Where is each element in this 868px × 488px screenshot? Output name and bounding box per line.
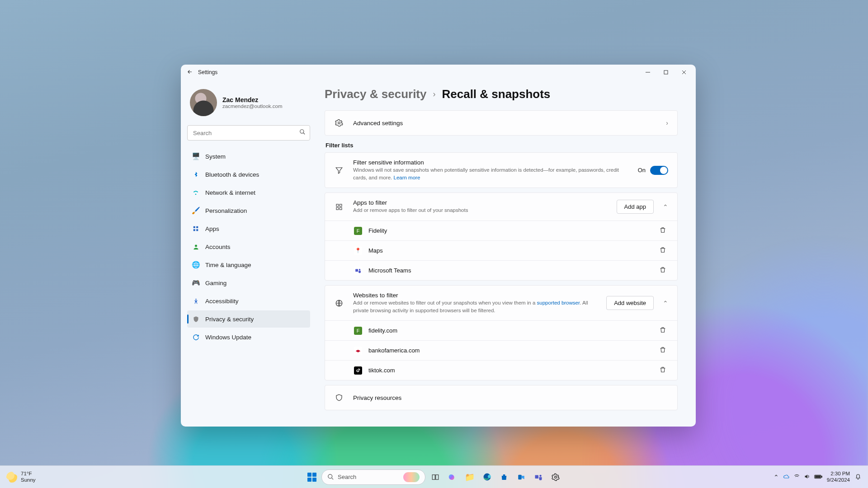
svg-rect-12 <box>340 207 342 210</box>
nav-privacy[interactable]: Privacy & security <box>187 310 310 328</box>
svg-point-22 <box>539 474 542 477</box>
main-content: Privacy & security › Recall & snapshots … <box>316 80 696 427</box>
notifications-button[interactable] <box>854 473 862 481</box>
site-name: fidelity.com <box>368 327 653 334</box>
nav-network[interactable]: Network & internet <box>187 184 310 201</box>
apps-to-filter-header[interactable]: Apps to filter Add or remove apps to fil… <box>325 193 677 221</box>
weather-widget[interactable]: 71°F Sunny <box>0 471 36 483</box>
delete-button[interactable] <box>659 346 668 355</box>
nav-gaming[interactable]: 🎮Gaming <box>187 274 310 291</box>
delete-button[interactable] <box>659 246 668 255</box>
close-button[interactable] <box>675 65 693 80</box>
store-button[interactable] <box>497 470 511 484</box>
nav-time[interactable]: 🌐Time & language <box>187 256 310 273</box>
back-button[interactable] <box>184 69 196 76</box>
svg-rect-26 <box>815 475 820 478</box>
nav-accounts[interactable]: Accounts <box>187 238 310 255</box>
websites-to-filter-header[interactable]: Websites to filter Add or remove website… <box>325 286 677 320</box>
outlook-button[interactable] <box>514 470 528 484</box>
supported-browser-link[interactable]: supported browser <box>537 300 580 305</box>
volume-tray-icon[interactable] <box>804 473 811 481</box>
svg-rect-10 <box>340 204 342 206</box>
gear-icon <box>334 119 344 127</box>
svg-rect-9 <box>336 204 339 206</box>
chevron-up-icon[interactable]: ⌃ <box>663 300 668 307</box>
nav-system[interactable]: 🖥️System <box>187 148 310 165</box>
taskbar: 71°F Sunny Search 📁 ⌃ 2:30 PM 9/24/2024 <box>0 465 868 488</box>
clock-time: 2:30 PM <box>827 471 850 477</box>
nav-label: Network & internet <box>205 189 255 196</box>
file-explorer-button[interactable]: 📁 <box>462 470 477 484</box>
tray-overflow-button[interactable]: ⌃ <box>774 474 779 481</box>
row-title: Advanced settings <box>353 120 657 127</box>
chevron-right-icon: › <box>666 119 668 127</box>
taskbar-clock[interactable]: 2:30 PM 9/24/2024 <box>827 471 850 483</box>
nav-apps[interactable]: Apps <box>187 220 310 237</box>
start-button[interactable] <box>305 470 319 484</box>
delete-button[interactable] <box>659 326 668 335</box>
teams-button[interactable] <box>531 470 546 484</box>
battery-tray-icon[interactable] <box>814 474 822 481</box>
page-title: Recall & snapshots <box>442 87 550 101</box>
nav-personalization[interactable]: 🖌️Personalization <box>187 202 310 219</box>
learn-more-link[interactable]: Learn more <box>393 175 420 180</box>
wifi-icon <box>192 188 200 197</box>
profile-block[interactable]: Zac Mendez zacmendez@outlook.com <box>187 84 310 125</box>
minimize-button[interactable] <box>639 65 657 80</box>
task-view-button[interactable] <box>428 470 443 484</box>
add-app-button[interactable]: Add app <box>617 200 654 214</box>
filter-sensitive-card: Filter sensitive information Windows wil… <box>325 152 678 188</box>
maximize-button[interactable] <box>657 65 675 80</box>
svg-rect-13 <box>355 269 358 272</box>
svg-rect-17 <box>432 474 435 479</box>
delete-button[interactable] <box>659 226 668 235</box>
row-title: Websites to filter <box>353 292 597 299</box>
avatar <box>190 89 217 116</box>
wifi-tray-icon[interactable] <box>793 473 800 481</box>
search-highlight-icon <box>403 472 420 482</box>
sun-icon <box>6 472 17 483</box>
filter-sensitive-toggle[interactable] <box>650 166 668 175</box>
edge-button[interactable] <box>480 470 494 484</box>
breadcrumb-parent[interactable]: Privacy & security <box>325 87 426 101</box>
weather-temp: 71°F <box>21 471 36 477</box>
toggle-state-label: On <box>638 167 646 174</box>
row-title: Filter sensitive information <box>353 159 629 166</box>
settings-taskbar-button[interactable] <box>548 470 563 484</box>
display-icon: 🖥️ <box>192 152 200 160</box>
app-name: Fidelity <box>368 227 653 234</box>
nav-bluetooth[interactable]: Bluetooth & devices <box>187 166 310 183</box>
nav-update[interactable]: Windows Update <box>187 328 310 346</box>
privacy-resources-card: Privacy resources <box>325 385 678 410</box>
settings-window: Settings Zac Mendez zacmendez@outlook.co… <box>181 65 696 427</box>
funnel-icon <box>334 166 344 174</box>
row-title: Apps to filter <box>353 199 608 206</box>
search-input[interactable] <box>187 125 310 141</box>
advanced-settings-row[interactable]: Advanced settings › <box>325 111 677 135</box>
privacy-resources-row[interactable]: Privacy resources <box>325 385 677 410</box>
chevron-up-icon[interactable]: ⌃ <box>663 203 668 211</box>
section-heading: Filter lists <box>326 142 678 149</box>
search-icon <box>327 474 334 480</box>
delete-button[interactable] <box>659 366 668 375</box>
app-name: Microsoft Teams <box>368 267 653 274</box>
advanced-settings-card: Advanced settings › <box>325 110 678 136</box>
svg-point-16 <box>328 474 332 479</box>
website-filter-item: F fidelity.com <box>325 320 677 340</box>
svg-point-6 <box>195 244 197 247</box>
svg-rect-11 <box>336 207 339 210</box>
svg-point-1 <box>300 130 304 133</box>
breadcrumb: Privacy & security › Recall & snapshots <box>325 87 678 101</box>
delete-button[interactable] <box>659 266 668 275</box>
app-icon-teams <box>354 267 362 275</box>
onedrive-icon[interactable] <box>783 473 790 481</box>
copilot-button[interactable] <box>445 470 460 484</box>
titlebar: Settings <box>181 65 696 80</box>
system-tray: ⌃ 2:30 PM 9/24/2024 <box>774 471 868 483</box>
apps-icon <box>334 203 344 211</box>
brush-icon: 🖌️ <box>192 206 200 215</box>
add-website-button[interactable]: Add website <box>606 296 654 310</box>
nav-accessibility[interactable]: Accessibility <box>187 292 310 310</box>
profile-name: Zac Mendez <box>222 96 283 103</box>
taskbar-search[interactable]: Search <box>321 469 425 485</box>
